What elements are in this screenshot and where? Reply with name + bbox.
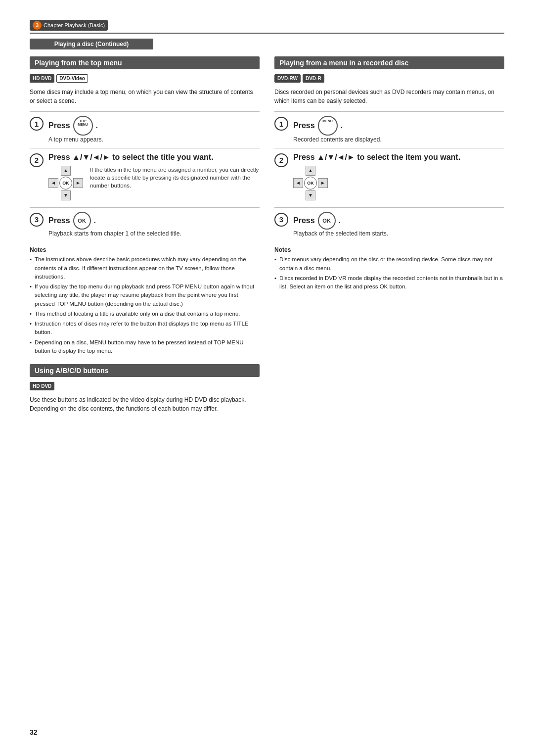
left-step-1-press: Press [48,121,70,130]
chapter-number: 3 [33,21,42,30]
right-step-3-press: Press [293,216,315,225]
left-step-2-title: Press ▲/▼/◄/► to select the title you wa… [48,152,260,163]
left-ok-button: OK [73,212,91,230]
right-dpad-wrapper: ▲ ▼ ◄ ► OK [293,166,504,200]
left-notes-list: The instructions above describe basic pr… [30,255,260,355]
dpad-down: ▼ [61,190,71,200]
left-notes-title: Notes [30,246,260,253]
chapter-badge: 3 Chapter Playback (Basic) [30,20,108,31]
right-note-1: Disc menus vary depending on the disc or… [274,255,504,273]
badge-dvd-rw: DVD-RW [274,74,301,83]
badge-hd-dvd: HD DVD [30,74,54,83]
left-step-1-num: 1 [30,117,44,131]
right-format-badges: DVD-RW DVD-R [274,74,504,83]
left-step-3-num: 3 [30,213,44,227]
badge-dvd-r: DVD-R [303,74,324,83]
right-step-2: 2 Press ▲/▼/◄/► to select the item you w… [274,148,504,207]
dpad-left: ◄ [48,178,58,188]
left-desc: Some discs may include a top menu, on wh… [30,88,260,105]
right-dpad-down: ▼ [306,190,315,200]
left-section-heading: Playing from the top menu [30,56,260,69]
chapter-title: Chapter Playback (Basic) [44,22,105,28]
using-badges: HD DVD [30,382,260,390]
right-notes: Notes Disc menus vary depending on the d… [274,246,504,291]
right-step-1: 1 Press MENU . Recorded contents are dis… [274,111,504,148]
right-step-2-content: Press ▲/▼/◄/► to select the item you wan… [293,152,504,203]
right-step-1-sub: Recorded contents are displayed. [293,136,504,144]
disc-continued-bar: Playing a disc (Continued) [30,39,153,49]
left-step-2-content: Press ▲/▼/◄/► to select the title you wa… [48,152,260,203]
right-dpad: ▲ ▼ ◄ ► OK [293,166,328,200]
left-step-3: 3 Press OK . Playback starts from chapte… [30,207,260,242]
right-step-3-content: Press OK . Playback of the selected item… [293,212,504,238]
left-step-3-content: Press OK . Playback starts from chapter … [48,212,260,238]
left-notes: Notes The instructions above describe ba… [30,246,260,355]
dpad-up: ▲ [61,166,71,176]
two-column-layout: Playing from the top menu HD DVD DVD-Vid… [30,56,504,419]
menu-button: MENU [318,116,338,136]
right-step-1-press: Press [293,121,315,130]
right-ok-button: OK [318,212,336,230]
using-heading: Using A/B/C/D buttons [30,364,260,377]
right-step-1-title: Press MENU . [293,116,504,136]
right-dpad-up: ▲ [306,166,315,176]
left-dpad-text: If the titles in the top menu are assign… [90,166,260,189]
left-dpad-wrapper: ▲ ▼ ◄ ► OK If the titles in the top menu… [48,166,260,200]
dpad-right: ► [73,178,83,188]
right-step-3-num: 3 [274,213,288,227]
dpad-ok: OK [59,177,72,189]
left-step-1-sub: A top menu appears. [48,136,260,144]
right-dpad-left: ◄ [293,178,303,188]
right-step-3-title: Press OK . [293,212,504,230]
right-column: Playing from a menu in a recorded disc D… [274,56,504,419]
left-step-3-press: Press [48,216,70,225]
badge-hd-dvd-using: HD DVD [30,382,54,390]
right-notes-list: Disc menus vary depending on the disc or… [274,255,504,291]
left-column: Playing from the top menu HD DVD DVD-Vid… [30,56,260,419]
left-step-1-title: Press TOPMENU . [48,116,260,136]
left-note-1: The instructions above describe basic pr… [30,255,260,281]
right-section-heading: Playing from a menu in a recorded disc [274,56,504,69]
left-step-2: 2 Press ▲/▼/◄/► to select the title you … [30,148,260,207]
right-desc: Discs recorded on personal devices such … [274,88,504,105]
right-step-1-content: Press MENU . Recorded contents are displ… [293,116,504,144]
left-step-3-sub: Playback starts from chapter 1 of the se… [48,230,260,238]
using-section: Using A/B/C/D buttons HD DVD Use these b… [30,364,260,413]
left-step-3-title: Press OK . [48,212,260,230]
chapter-header: 3 Chapter Playback (Basic) [30,20,504,34]
left-format-badges: HD DVD DVD-Video [30,74,260,83]
page-number: 32 [30,728,38,736]
left-dpad: ▲ ▼ ◄ ► OK [48,166,83,200]
right-notes-title: Notes [274,246,504,253]
right-step-3: 3 Press OK . Playback of the selected it… [274,207,504,242]
right-step-1-num: 1 [274,117,288,131]
left-note-4: Instruction notes of discs may refer to … [30,320,260,337]
right-note-2: Discs recorded in DVD VR mode display th… [274,274,504,291]
using-desc: Use these buttons as indicated by the vi… [30,395,260,413]
right-step-2-num: 2 [274,153,288,167]
right-dpad-ok: OK [304,177,317,189]
right-dpad-right: ► [318,178,328,188]
left-note-5: Depending on a disc, MENU button may hav… [30,338,260,356]
topmenu-button: TOPMENU [73,116,93,136]
left-step-1-content: Press TOPMENU . A top menu appears. [48,116,260,144]
badge-dvd-video: DVD-Video [56,74,88,83]
left-step-1: 1 Press TOPMENU . A top menu appears. [30,111,260,148]
left-note-2: If you display the top menu during playb… [30,283,260,308]
right-step-2-title: Press ▲/▼/◄/► to select the item you wan… [293,152,504,163]
left-step-2-num: 2 [30,153,44,167]
right-step-3-sub: Playback of the selected item starts. [293,230,504,238]
left-note-3: This method of locating a title is avail… [30,310,260,318]
